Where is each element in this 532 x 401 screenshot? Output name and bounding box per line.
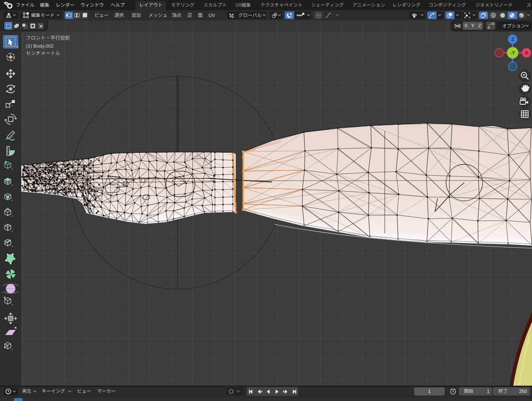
svg-text:-Y: -Y bbox=[510, 50, 515, 55]
svg-text:Z: Z bbox=[511, 37, 514, 42]
svg-text:(1) Body.002: (1) Body.002 bbox=[26, 43, 54, 49]
svg-text:X: X bbox=[525, 50, 528, 55]
